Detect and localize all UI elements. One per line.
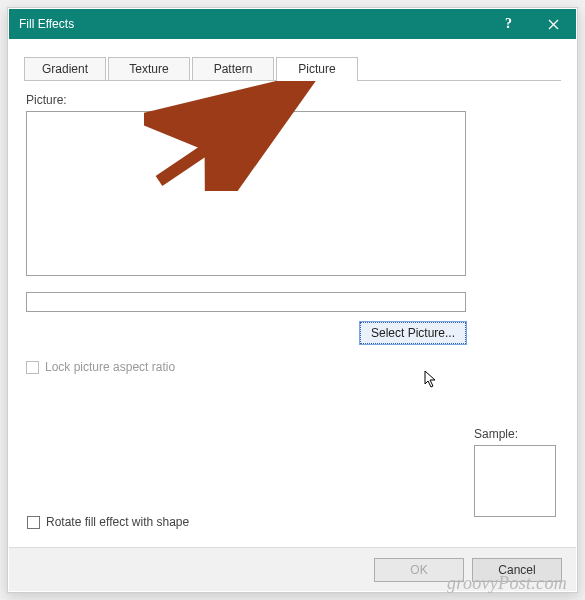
tab-strip: Gradient Texture Pattern Picture: [24, 57, 561, 81]
rotate-checkbox[interactable]: [27, 516, 40, 529]
tab-gradient[interactable]: Gradient: [24, 57, 106, 81]
picture-panel: Picture: Select Picture... Lock picture …: [24, 81, 561, 376]
tab-pattern[interactable]: Pattern: [192, 57, 274, 81]
tab-label: Picture: [298, 62, 335, 76]
dialog-title: Fill Effects: [9, 17, 486, 31]
lock-aspect-checkbox: [26, 361, 39, 374]
sample-preview: [474, 445, 556, 517]
picture-label: Picture:: [26, 93, 559, 107]
titlebar: Fill Effects ?: [9, 9, 576, 39]
close-button[interactable]: [531, 9, 576, 39]
tab-picture[interactable]: Picture: [276, 57, 358, 81]
tab-label: Gradient: [42, 62, 88, 76]
tab-texture[interactable]: Texture: [108, 57, 190, 81]
lock-aspect-label: Lock picture aspect ratio: [45, 360, 175, 374]
rotate-row: Rotate fill effect with shape: [27, 515, 189, 529]
close-icon: [548, 19, 559, 30]
lock-aspect-row: Lock picture aspect ratio: [26, 360, 559, 374]
tab-label: Pattern: [214, 62, 253, 76]
picture-filename-field: [26, 292, 466, 312]
fill-effects-dialog: Fill Effects ? Gradient Texture Pattern …: [9, 9, 576, 591]
help-button[interactable]: ?: [486, 9, 531, 39]
picture-preview: [26, 111, 466, 276]
sample-label: Sample:: [474, 427, 556, 441]
watermark: groovyPost.com: [447, 573, 567, 594]
rotate-label: Rotate fill effect with shape: [46, 515, 189, 529]
select-picture-button[interactable]: Select Picture...: [360, 322, 466, 344]
sample-area: Sample:: [474, 427, 556, 517]
tab-label: Texture: [129, 62, 168, 76]
